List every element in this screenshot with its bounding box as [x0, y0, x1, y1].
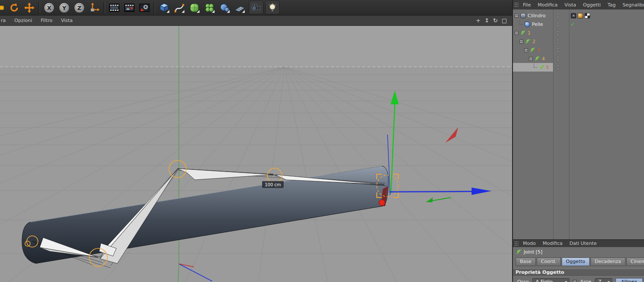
visibility-dot[interactable]	[557, 68, 559, 70]
add-camera-icon[interactable]	[249, 1, 263, 14]
tree-row-5[interactable]: 5	[513, 63, 644, 72]
phong-tag-icon[interactable]	[578, 13, 583, 19]
expander-icon[interactable]: −	[519, 40, 523, 44]
tab-coord[interactable]: Coord.	[537, 257, 561, 266]
visibility-dot[interactable]	[557, 59, 559, 61]
object-label: Cilindro	[528, 13, 546, 19]
tree-row-name: −4	[513, 54, 553, 63]
om-menu-oggetti[interactable]: Oggetti	[580, 2, 604, 8]
visibility-dot[interactable]	[557, 42, 559, 44]
move-axis-icon[interactable]	[22, 1, 37, 14]
weights-tag-icon[interactable]	[571, 13, 576, 19]
visibility-dot[interactable]	[557, 30, 559, 32]
tag-area	[569, 28, 644, 37]
axis-checkbox[interactable]	[573, 280, 577, 282]
dolly-icon[interactable]: ↕	[485, 18, 489, 23]
visibility-dots[interactable]	[553, 11, 569, 20]
tab-base[interactable]: Base	[516, 257, 536, 266]
viewport-canvas[interactable]: 100 cm	[0, 26, 512, 282]
visibility-dots[interactable]	[553, 54, 569, 63]
tab-oggetto[interactable]: Oggetto	[562, 257, 590, 266]
visibility-dot[interactable]	[557, 56, 559, 58]
visibility-dot[interactable]	[557, 16, 559, 18]
visibility-dot[interactable]	[557, 50, 559, 53]
viewport-menu-opzioni[interactable]: Opzioni	[10, 18, 36, 23]
expander-icon[interactable]: −	[515, 31, 519, 35]
render-settings-icon[interactable]	[137, 1, 152, 14]
sky-region	[0, 26, 512, 67]
distance-label-group: 100 cm	[262, 181, 284, 188]
visibility-dot[interactable]	[557, 65, 559, 67]
texture-tag-icon[interactable]	[585, 13, 590, 19]
add-subdivision-icon[interactable]	[187, 1, 202, 14]
viewport-menu-items: raOpzioniFiltroVista	[0, 18, 77, 23]
pan-icon[interactable]: +	[476, 18, 481, 23]
lock-y-button[interactable]: Y	[57, 1, 72, 14]
bone-dropdown[interactable]: A Figlio	[532, 278, 569, 282]
lock-z-button[interactable]: Z	[72, 1, 87, 14]
visibility-dots[interactable]	[553, 20, 569, 28]
tree-row-3[interactable]: −3	[513, 46, 644, 54]
lock-x-button[interactable]: X	[42, 1, 56, 14]
am-menu-modo[interactable]: Modo	[519, 241, 539, 246]
visibility-dot[interactable]	[557, 22, 559, 24]
add-metaball-icon[interactable]	[217, 1, 232, 14]
joint-icon	[516, 249, 522, 255]
add-spline-icon[interactable]	[172, 1, 187, 14]
visibility-dots[interactable]	[553, 63, 569, 72]
tab-decadenza[interactable]: Decadenza	[591, 257, 625, 266]
visibility-dot[interactable]	[557, 33, 559, 35]
am-menu-modifica[interactable]: Modifica	[539, 241, 566, 246]
undo-partial-icon[interactable]	[0, 1, 6, 14]
visibility-dot[interactable]	[557, 39, 559, 41]
tree-row-2[interactable]: −2	[513, 37, 644, 46]
viewport-menu-ra[interactable]: ra	[0, 18, 10, 23]
visibility-dots[interactable]	[553, 28, 569, 37]
om-menu-modifica[interactable]: Modifica	[534, 2, 561, 8]
om-menu-tag[interactable]: Tag	[604, 2, 619, 8]
panel-grip-icon[interactable]	[514, 2, 519, 7]
expander-icon[interactable]: −	[515, 14, 519, 18]
panel-grip-icon[interactable]	[514, 241, 519, 246]
render-to-picture-icon[interactable]	[122, 1, 137, 14]
om-menu-segnalibri[interactable]: Segnalibri	[619, 2, 644, 8]
tree-row-pelle[interactable]: Pelle✓	[513, 20, 644, 28]
rotate-icon[interactable]: ↻	[493, 18, 498, 23]
om-menu-file[interactable]: File	[519, 2, 534, 8]
redo-icon[interactable]	[7, 1, 22, 14]
bone-label: Osso	[517, 279, 529, 282]
render-view-icon[interactable]	[107, 1, 122, 14]
am-menu-dati-utente[interactable]: Dati Utente	[566, 241, 600, 246]
visibility-dots[interactable]	[553, 37, 569, 46]
add-light-icon[interactable]	[265, 1, 280, 14]
add-array-icon[interactable]	[202, 1, 217, 14]
expander-icon[interactable]: −	[529, 57, 533, 61]
axis-dropdown[interactable]: Z	[595, 278, 612, 282]
om-menu-vista[interactable]: Vista	[561, 2, 579, 8]
joint-icon	[520, 30, 526, 36]
tag-area	[569, 11, 644, 20]
tree-row-1[interactable]: −1	[513, 28, 644, 37]
joint-icon	[535, 56, 540, 62]
align-button[interactable]: Allinea	[616, 278, 643, 282]
tab-cinemat[interactable]: Cinemat	[626, 257, 644, 266]
red-point-handle[interactable]	[379, 200, 385, 206]
coord-system-button[interactable]	[87, 1, 102, 14]
add-cube-icon[interactable]	[157, 1, 172, 14]
toolbar-separator	[38, 2, 40, 13]
viewport-menu-filtro[interactable]: Filtro	[37, 18, 57, 23]
viewport-menu-vista[interactable]: Vista	[56, 18, 77, 23]
tree-row-4[interactable]: −4	[513, 54, 644, 63]
attribute-object-header: Joint [5]	[513, 247, 644, 257]
tree-row-cilindro[interactable]: −Cilindro	[513, 11, 644, 20]
visibility-dots[interactable]	[553, 46, 569, 54]
toolbar-separator	[103, 2, 105, 13]
viewport-3d[interactable]: 100 cm	[0, 26, 512, 282]
visibility-dot[interactable]	[557, 13, 559, 15]
toggle-view-icon[interactable]: □	[502, 18, 507, 23]
object-properties-row: Osso A Figlio Asse Z Allinea	[513, 276, 644, 282]
visibility-dot[interactable]	[557, 47, 559, 50]
visibility-dot[interactable]	[557, 25, 559, 27]
add-floor-icon[interactable]	[232, 1, 247, 14]
expander-icon[interactable]: −	[524, 48, 528, 52]
